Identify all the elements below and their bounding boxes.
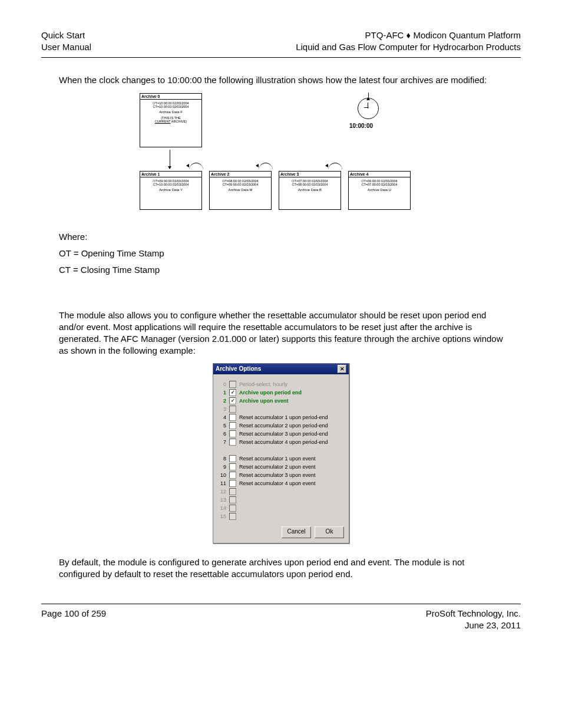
option-checkbox-6[interactable] xyxy=(229,430,236,437)
option-number: 12 xyxy=(218,489,226,495)
option-number: 7 xyxy=(218,439,226,445)
where-heading: Where: xyxy=(59,231,503,243)
option-checkbox-13[interactable] xyxy=(229,496,236,503)
footer-right-line2: June 23, 2011 xyxy=(426,620,521,631)
option-checkbox-10[interactable] xyxy=(229,472,236,479)
option-row-7: 7Reset accumulator 4 upon period-end xyxy=(218,438,344,446)
archive-0-ot: OT=10:00:00 02/03/2004 xyxy=(140,101,201,106)
option-checkbox-9[interactable] xyxy=(229,463,236,470)
archive-diagram: Archive 0 OT=10:00:00 02/03/2004 CT=10:0… xyxy=(59,93,503,217)
archive-box-3: Archive 3 OT=07:00:00 02/03/2004 CT=08:0… xyxy=(279,171,341,210)
page-header: Quick Start User Manual PTQ-AFC ♦ Modico… xyxy=(41,29,521,58)
dialog-titlebar: Archive Options ✕ xyxy=(213,364,349,374)
clock-time-label: 10:00:00 xyxy=(349,123,373,129)
option-row-8: 8Reset accumulator 1 upon event xyxy=(218,454,344,463)
option-checkbox-0[interactable] xyxy=(229,381,236,388)
where-ct: CT = Closing Time Stamp xyxy=(59,264,503,276)
option-checkbox-11[interactable] xyxy=(229,480,236,487)
option-row-15: 15 xyxy=(218,512,344,521)
dialog-body: 0Period-select, hourly1✓Archive upon per… xyxy=(213,374,349,523)
intro-paragraph-2: The module also allows you to configure … xyxy=(59,309,503,357)
option-checkbox-3[interactable] xyxy=(229,406,236,413)
header-right: PTQ-AFC ♦ Modicon Quantum Platform Liqui… xyxy=(296,29,521,54)
option-label: Archive upon period end xyxy=(239,390,302,396)
archive-box-0: Archive 0 OT=10:00:00 02/03/2004 CT=10:0… xyxy=(140,93,202,147)
option-number: 6 xyxy=(218,431,226,437)
archive-0-ct: CT=10:00:00 02/03/2004 xyxy=(140,105,201,109)
body: When the clock changes to 10:00:00 the f… xyxy=(41,74,521,581)
option-label: Reset accumulator 2 upon period-end xyxy=(239,423,328,429)
option-row-0: 0Period-select, hourly xyxy=(218,380,344,388)
option-number: 11 xyxy=(218,480,226,486)
option-number: 15 xyxy=(218,513,226,519)
page-footer: Page 100 of 259 ProSoft Technology, Inc.… xyxy=(41,604,521,632)
dialog-title-text: Archive Options xyxy=(216,365,261,372)
option-number: 3 xyxy=(218,406,226,412)
option-label: Reset accumulator 1 upon period-end xyxy=(239,414,328,420)
clock-icon xyxy=(358,98,379,119)
option-label: Period-select, hourly xyxy=(239,381,287,387)
option-checkbox-14[interactable] xyxy=(229,505,236,512)
close-icon[interactable]: ✕ xyxy=(338,365,346,373)
option-number: 2 xyxy=(218,398,226,404)
option-checkbox-5[interactable] xyxy=(229,422,236,429)
closing-paragraph: By default, the module is configured to … xyxy=(59,556,503,581)
archive-0-title: Archive 0 xyxy=(140,94,201,100)
header-left: Quick Start User Manual xyxy=(41,29,91,54)
option-number: 5 xyxy=(218,423,226,429)
arrow-2-icon xyxy=(259,163,273,170)
option-row-9: 9Reset accumulator 2 upon event xyxy=(218,463,344,471)
header-right-line1: PTQ-AFC ♦ Modicon Quantum Platform xyxy=(296,29,521,41)
option-checkbox-4[interactable] xyxy=(229,414,236,421)
header-left-line1: Quick Start xyxy=(41,29,91,41)
option-row-10: 10Reset accumulator 3 upon event xyxy=(218,471,344,479)
option-number: 8 xyxy=(218,456,226,462)
option-row-6: 6Reset accumulator 3 upon period-end xyxy=(218,430,344,438)
option-label: Reset accumulator 4 upon period-end xyxy=(239,439,328,445)
archive-0-data: Archive Data F xyxy=(140,109,201,116)
intro-paragraph-1: When the clock changes to 10:00:00 the f… xyxy=(59,74,503,86)
ok-button[interactable]: Ok xyxy=(315,526,344,538)
arrow-3-icon xyxy=(328,163,342,170)
option-label: Reset accumulator 4 upon event xyxy=(239,480,316,486)
option-row-14: 14 xyxy=(218,504,344,512)
option-row-5: 5Reset accumulator 2 upon period-end xyxy=(218,421,344,430)
option-row-12: 12 xyxy=(218,487,344,496)
footer-right: ProSoft Technology, Inc. June 23, 2011 xyxy=(426,608,521,632)
option-number: 13 xyxy=(218,497,226,503)
footer-left: Page 100 of 259 xyxy=(41,608,106,632)
option-checkbox-12[interactable] xyxy=(229,488,236,495)
option-checkbox-15[interactable] xyxy=(229,513,236,520)
option-row-1: 1✓Archive upon period end xyxy=(218,388,344,397)
arrow-1-icon xyxy=(189,163,203,170)
option-number: 0 xyxy=(218,381,226,387)
option-checkbox-2[interactable]: ✓ xyxy=(229,397,236,404)
option-checkbox-8[interactable] xyxy=(229,455,236,462)
archive-box-4: Archive 4 OT=06:00:00 02/03/2004 CT=07:0… xyxy=(348,171,411,210)
option-label: Reset accumulator 2 upon event xyxy=(239,464,316,470)
option-number: 9 xyxy=(218,464,226,470)
drop-arrow-icon xyxy=(170,150,170,167)
option-row-2: 2✓Archive upon event xyxy=(218,397,344,405)
option-label: Reset accumulator 3 upon event xyxy=(239,472,316,478)
footer-right-line1: ProSoft Technology, Inc. xyxy=(426,608,521,620)
option-checkbox-1[interactable]: ✓ xyxy=(229,389,236,396)
archive-box-2: Archive 2 OT=08:00:00 02/03/2004 CT=09:0… xyxy=(209,171,272,210)
option-number: 1 xyxy=(218,390,226,396)
option-label: Reset accumulator 3 upon period-end xyxy=(239,431,328,437)
option-row-11: 11Reset accumulator 4 upon event xyxy=(218,479,344,487)
where-ot: OT = Opening Time Stamp xyxy=(59,248,503,259)
dialog-buttons: Cancel Ok xyxy=(213,523,349,543)
option-row-4: 4Reset accumulator 1 upon period-end xyxy=(218,413,344,421)
option-label: Archive upon event xyxy=(239,398,289,404)
cancel-button[interactable]: Cancel xyxy=(282,526,311,538)
header-right-line2: Liquid and Gas Flow Computer for Hydroca… xyxy=(296,41,521,53)
option-checkbox-7[interactable] xyxy=(229,439,236,446)
option-number: 4 xyxy=(218,414,226,420)
archive-box-1: Archive 1 OT=09:00:00 02/03/2004 CT=10:0… xyxy=(140,171,202,210)
archive-0-note: (THIS IS THE CURRENT ARCHIVE) xyxy=(140,116,201,125)
option-row-3: 3 xyxy=(218,405,344,413)
option-number: 14 xyxy=(218,505,226,511)
option-label: Reset accumulator 1 upon event xyxy=(239,456,316,462)
option-row-13: 13 xyxy=(218,496,344,504)
